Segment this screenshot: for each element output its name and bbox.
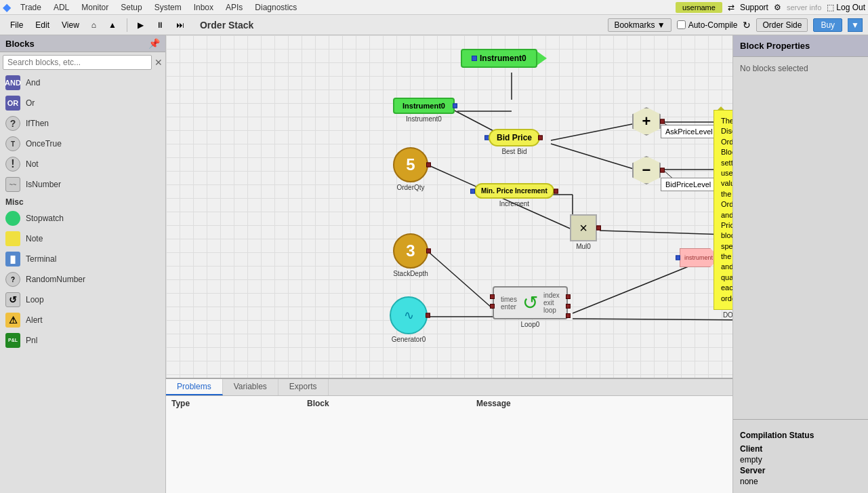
sidebar-pin-btn[interactable]: 📌 xyxy=(148,38,160,49)
menu-apis[interactable]: APIs xyxy=(220,1,248,14)
bid-price-label: Bid Price xyxy=(497,133,532,142)
compilation-status: Compilation Status Client empty Server n… xyxy=(733,425,868,493)
logout-btn[interactable]: ⬚ Log Out xyxy=(827,3,865,12)
svg-line-10 xyxy=(429,252,498,313)
generator-icon: ∿ xyxy=(404,308,414,323)
tab-problems[interactable]: Problems xyxy=(166,379,223,395)
not-icon: ! xyxy=(5,157,20,172)
increment-label: Min. Price Increment xyxy=(481,187,547,195)
bid-price-level: BidPriceLevel xyxy=(661,178,716,191)
menu-diagnostics[interactable]: Diagnostics xyxy=(249,1,302,14)
instrument0-left-sublabel: Instrument0 xyxy=(393,115,455,123)
auto-compile-checkbox[interactable] xyxy=(677,20,686,29)
instrument0-left-block[interactable]: Instrument0 Instrument0 xyxy=(393,98,455,123)
view-menu-btn[interactable]: View xyxy=(57,18,84,32)
generator-block[interactable]: ∿ Generator0 xyxy=(390,296,428,343)
and-icon: AND xyxy=(5,75,20,90)
menu-setup[interactable]: Setup xyxy=(115,1,147,14)
svg-line-14 xyxy=(573,319,732,320)
svg-line-4 xyxy=(551,144,636,170)
menu-trade[interactable]: Trade xyxy=(15,1,47,14)
connections-svg xyxy=(166,35,732,378)
bid-price-sublabel: Best Bid xyxy=(489,148,540,155)
sidebar-title: Blocks xyxy=(5,39,35,49)
menu-bar: ◆ Trade ADL Monitor Setup System Inbox A… xyxy=(0,0,868,15)
client-status-row: Client xyxy=(740,444,861,454)
edit-menu-btn[interactable]: Edit xyxy=(30,18,54,32)
file-menu-btn[interactable]: File xyxy=(5,18,28,32)
sync-icon[interactable]: ⇄ xyxy=(728,3,735,12)
sidebar-items-list: AND And OR Or ? IfThen T OnceTrue ! Not … xyxy=(0,73,165,493)
menu-bar-right: username ⇄ Support ⚙ server info ⬚ Log O… xyxy=(676,2,865,13)
increment-block[interactable]: Min. Price Increment Increment xyxy=(474,183,554,208)
home-nav-btn[interactable]: ⌂ xyxy=(87,18,101,32)
misc-section-header: Misc xyxy=(0,195,165,208)
sidebar-item-pnl[interactable]: P&L Pnl xyxy=(0,330,165,351)
server-info: server info xyxy=(787,3,821,12)
client-value-row: empty xyxy=(740,455,861,465)
sidebar-item-alert[interactable]: ⚠ Alert xyxy=(0,310,165,330)
loop-block[interactable]: times enter ↺ index exit loop xyxy=(493,286,568,328)
buy-dropdown-arrow[interactable]: ▼ xyxy=(848,18,863,32)
minus-block[interactable]: − xyxy=(632,156,661,184)
skip-btn[interactable]: ⏭ xyxy=(171,18,189,32)
settings-icon[interactable]: ⚙ xyxy=(774,3,781,12)
sidebar-item-oncetrue-label: OnceTrue xyxy=(26,139,62,149)
refresh-icon[interactable]: ↻ xyxy=(743,20,751,31)
search-input[interactable] xyxy=(3,55,152,70)
stackdepth-block[interactable]: 3 StackDepth xyxy=(393,233,428,277)
col-type: Type xyxy=(171,399,307,408)
bottom-columns: Type Block Message xyxy=(166,396,732,411)
sidebar-item-isnumber[interactable]: ~~ IsNumber xyxy=(0,174,165,195)
terminal-icon: ▐▌ xyxy=(5,252,20,267)
sidebar-item-oncetrue[interactable]: T OnceTrue xyxy=(0,134,165,154)
client-value: empty xyxy=(740,455,762,465)
support-link[interactable]: Support xyxy=(740,3,768,12)
sidebar-item-loop[interactable]: ↺ Loop xyxy=(0,290,165,310)
sidebar-item-stopwatch-label: Stopwatch xyxy=(26,214,64,223)
sidebar-item-random[interactable]: ? RandomNumber xyxy=(0,269,165,290)
sidebar-item-or[interactable]: OR Or xyxy=(0,93,165,113)
account-dropdown[interactable]: username xyxy=(676,2,722,13)
note-icon xyxy=(5,231,20,246)
order-side-btn[interactable]: Order Side xyxy=(756,18,808,32)
toolbar-right: Bookmarks ▼ Auto-Compile ↻ Order Side Bu… xyxy=(608,18,863,32)
stopwatch-icon xyxy=(5,211,20,226)
stackdepth-value: 3 xyxy=(406,241,415,260)
mul-block[interactable]: × Mul0 xyxy=(570,214,597,250)
note-block[interactable]: The Discrete Order Block settings use th… xyxy=(714,110,732,319)
sidebar-item-not[interactable]: ! Not xyxy=(0,154,165,174)
compilation-title: Compilation Status xyxy=(740,431,861,440)
no-blocks-selected-text: No blocks selected xyxy=(740,64,808,73)
menu-inbox[interactable]: Inbox xyxy=(188,1,219,14)
instrument0-left-label: Instrument0 xyxy=(402,102,445,110)
instrument0-top-label: Instrument0 xyxy=(480,54,526,63)
canvas[interactable]: Instrument0 Instrument0 Instrument0 Bid … xyxy=(166,35,732,378)
note-label: DOB Note xyxy=(714,311,732,319)
loop-enter-port: enter xyxy=(501,303,517,311)
menu-system[interactable]: System xyxy=(149,1,187,14)
sidebar-item-note[interactable]: Note xyxy=(0,229,165,249)
sidebar-item-terminal[interactable]: ▐▌ Terminal xyxy=(0,249,165,269)
orderqty-block[interactable]: 5 OrderQty xyxy=(393,147,428,191)
loop-label: Loop0 xyxy=(493,321,568,328)
plus-block[interactable]: + xyxy=(632,107,661,136)
bid-price-block[interactable]: Bid Price Best Bid xyxy=(489,129,540,155)
buy-btn[interactable]: Buy xyxy=(813,18,842,32)
tab-variables[interactable]: Variables xyxy=(223,379,278,395)
sidebar-item-and[interactable]: AND And xyxy=(0,73,165,93)
col-message: Message xyxy=(476,399,727,408)
bookmarks-btn[interactable]: Bookmarks ▼ xyxy=(608,18,671,32)
instrument0-top-block[interactable]: Instrument0 xyxy=(461,49,537,68)
tab-exports[interactable]: Exports xyxy=(278,379,329,395)
play-btn[interactable]: ▶ xyxy=(133,18,148,32)
pause-btn[interactable]: ⏸ xyxy=(151,18,169,32)
sidebar-item-ifthen[interactable]: ? IfThen xyxy=(0,113,165,134)
search-clear-btn[interactable]: ✕ xyxy=(154,55,163,70)
up-nav-btn[interactable]: ▲ xyxy=(104,18,121,32)
sidebar-item-stopwatch[interactable]: Stopwatch xyxy=(0,208,165,229)
increment-sublabel: Increment xyxy=(474,200,554,208)
menu-monitor[interactable]: Monitor xyxy=(76,1,114,14)
block-properties-content: No blocks selected xyxy=(733,57,868,414)
menu-adl[interactable]: ADL xyxy=(48,1,75,14)
